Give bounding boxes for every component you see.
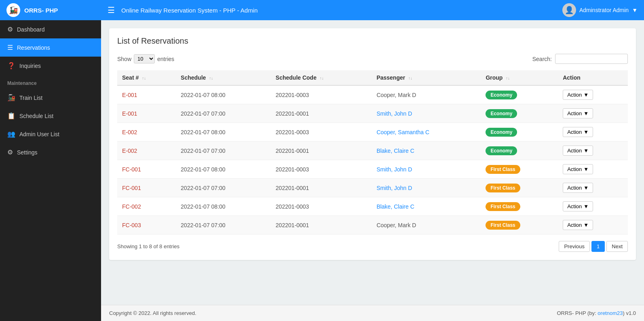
action-button[interactable]: Action ▼ <box>563 220 593 230</box>
cell-passenger: Cooper, Mark D <box>372 85 481 104</box>
sort-code-icon: ↑↓ <box>320 76 324 80</box>
cell-group: First Class <box>481 197 558 216</box>
page-header-title: Online Railway Reservation System - PHP … <box>121 7 562 14</box>
sidebar-item-settings[interactable]: ⚙ Settings <box>0 143 101 161</box>
group-badge: First Class <box>486 184 520 192</box>
search-input[interactable] <box>555 54 628 64</box>
sidebar-item-schedule-list[interactable]: 📋 Schedule List <box>0 107 101 125</box>
cell-action: Action ▼ <box>558 85 628 104</box>
table-row: E-002 2022-01-07 08:00 202201-0003 Coope… <box>117 123 628 141</box>
hamburger-icon[interactable]: ☰ <box>108 5 115 15</box>
reservations-icon: ☰ <box>7 44 13 51</box>
col-group[interactable]: Group ↑↓ <box>481 70 558 85</box>
seat-link[interactable]: E-001 <box>122 92 137 98</box>
schedule-list-icon: 📋 <box>7 112 15 120</box>
user-menu[interactable]: 👤 Adminstrator Admin ▼ <box>562 3 638 17</box>
action-dropdown-icon: ▼ <box>583 110 589 116</box>
seat-link[interactable]: FC-001 <box>122 166 141 173</box>
cell-passenger: Cooper, Samantha C <box>372 123 481 141</box>
action-dropdown-icon: ▼ <box>583 166 589 172</box>
cell-code: 202201-0001 <box>271 216 372 234</box>
cell-seat: FC-001 <box>117 160 176 179</box>
entries-select[interactable]: 10 25 50 100 <box>134 54 155 63</box>
cell-code: 202201-0003 <box>271 197 372 216</box>
app-name: ORRS- PHP <box>24 7 58 14</box>
footer-credit-link[interactable]: oretnom23 <box>598 310 623 316</box>
sort-seat-icon: ↑↓ <box>142 76 146 80</box>
cell-schedule: 2022-01-07 07:00 <box>176 141 271 160</box>
action-button[interactable]: Action ▼ <box>563 90 593 100</box>
col-passenger[interactable]: Passenger ↑↓ <box>372 70 481 85</box>
seat-link[interactable]: E-002 <box>122 148 137 154</box>
cell-code: 202201-0001 <box>271 141 372 160</box>
action-button[interactable]: Action ▼ <box>563 183 593 193</box>
user-dropdown-icon: ▼ <box>632 7 638 13</box>
action-dropdown-icon: ▼ <box>583 185 589 191</box>
sidebar-item-reservations[interactable]: ☰ Reservations <box>0 38 101 57</box>
action-dropdown-icon: ▼ <box>583 203 589 209</box>
seat-link[interactable]: E-002 <box>122 129 137 135</box>
sidebar-item-label-reservations: Reservations <box>17 44 50 51</box>
cell-passenger: Smith, John D <box>372 104 481 123</box>
pagination-page-1[interactable]: 1 <box>591 241 605 252</box>
cell-seat: FC-003 <box>117 216 176 234</box>
col-code[interactable]: Schedule Code ↑↓ <box>271 70 372 85</box>
pagination: Previous 1 Next <box>559 241 628 252</box>
settings-icon: ⚙ <box>7 148 13 156</box>
group-badge: First Class <box>486 165 520 174</box>
cell-passenger: Smith, John D <box>372 160 481 179</box>
cell-seat: E-002 <box>117 123 176 141</box>
pagination-prev[interactable]: Previous <box>559 241 590 252</box>
sidebar-item-label-schedule-list: Schedule List <box>19 113 53 119</box>
action-dropdown-icon: ▼ <box>583 148 589 154</box>
action-dropdown-icon: ▼ <box>583 222 589 228</box>
action-button[interactable]: Action ▼ <box>563 201 593 211</box>
cell-passenger: Cooper, Mark D <box>372 216 481 234</box>
group-badge: Economy <box>486 146 517 155</box>
seat-link[interactable]: E-001 <box>122 110 137 117</box>
sidebar-item-label-train-list: Train List <box>19 95 42 101</box>
seat-link[interactable]: FC-001 <box>122 185 141 191</box>
cell-code: 202201-0001 <box>271 104 372 123</box>
cell-action: Action ▼ <box>558 141 628 160</box>
table-row: FC-001 2022-01-07 07:00 202201-0001 Smit… <box>117 179 628 197</box>
action-dropdown-icon: ▼ <box>583 129 589 135</box>
sidebar-item-dashboard[interactable]: ⚙ Dashboard <box>0 20 101 38</box>
sidebar-item-label-admin-user-list: Admin User List <box>19 131 59 137</box>
app-logo: 🚂 ORRS- PHP <box>6 3 108 17</box>
cell-group: First Class <box>481 216 558 234</box>
sidebar-item-label-inquiries: Inquiries <box>19 63 41 69</box>
col-seat[interactable]: Seat # ↑↓ <box>117 70 176 85</box>
seat-link[interactable]: FC-003 <box>122 222 141 228</box>
sidebar-item-admin-user-list[interactable]: 👥 Admin User List <box>0 125 101 143</box>
reservations-table: Seat # ↑↓ Schedule ↑↓ Schedule Code ↑↓ P… <box>117 70 628 234</box>
cell-action: Action ▼ <box>558 179 628 197</box>
action-dropdown-icon: ▼ <box>583 92 589 98</box>
col-schedule[interactable]: Schedule ↑↓ <box>176 70 271 85</box>
cell-action: Action ▼ <box>558 216 628 234</box>
user-avatar: 👤 <box>562 3 576 17</box>
group-badge: Economy <box>486 109 517 118</box>
cell-code: 202201-0003 <box>271 85 372 104</box>
group-badge: Economy <box>486 128 517 137</box>
cell-group: First Class <box>481 160 558 179</box>
cell-group: First Class <box>481 179 558 197</box>
action-button[interactable]: Action ▼ <box>563 164 593 174</box>
train-list-icon: 🚂 <box>7 94 15 101</box>
table-controls: Show 10 25 50 100 entries Search: <box>117 54 628 64</box>
pagination-next[interactable]: Next <box>606 241 628 252</box>
cell-seat: FC-001 <box>117 179 176 197</box>
group-badge: Economy <box>486 91 517 99</box>
action-button[interactable]: Action ▼ <box>563 108 593 118</box>
action-button[interactable]: Action ▼ <box>563 127 593 137</box>
table-footer: Showing 1 to 8 of 8 entries Previous 1 N… <box>117 241 628 252</box>
action-button[interactable]: Action ▼ <box>563 146 593 156</box>
cell-group: Economy <box>481 85 558 104</box>
cell-schedule: 2022-01-07 08:00 <box>176 123 271 141</box>
table-body: E-001 2022-01-07 08:00 202201-0003 Coope… <box>117 85 628 234</box>
sidebar-item-train-list[interactable]: 🚂 Train List <box>0 89 101 107</box>
sidebar-item-label-settings: Settings <box>17 149 38 156</box>
sidebar-item-inquiries[interactable]: ❓ Inquiries <box>0 57 101 75</box>
seat-link[interactable]: FC-002 <box>122 203 141 210</box>
entries-label: entries <box>157 56 174 62</box>
